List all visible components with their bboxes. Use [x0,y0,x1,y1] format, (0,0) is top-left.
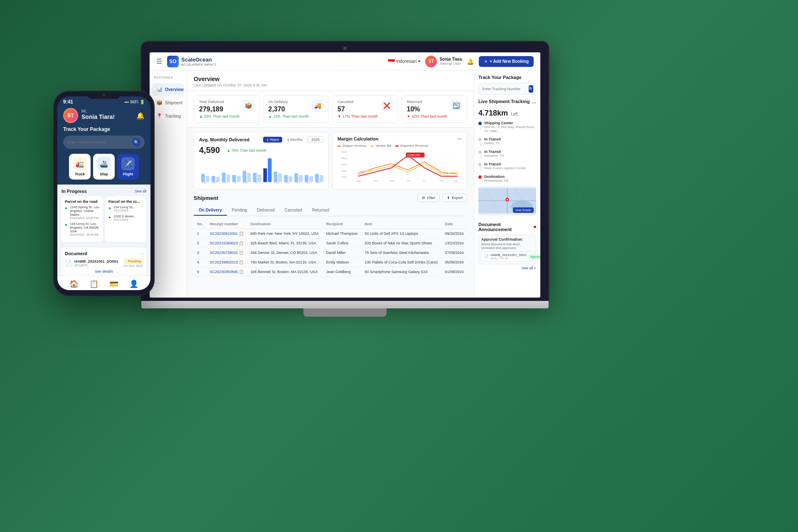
doc-file: 📄 HAWB_20241001_S001 Body, 07th All Appr… [481,251,533,261]
track-search-button[interactable]: 🔍 [529,85,533,93]
cell-destination: 325 Beach Blvd, Miami, FL 33139, USA [247,239,323,248]
svg-rect-7 [237,176,241,182]
laptop-screen: ☰ SO ScaleOcean ACCELERATE IMPACT 🇮🇩 [150,52,540,298]
cell-receipt: SC20231069023 📋 [207,239,247,248]
stat-content: Total Delivered 279,189 ▲ 25% Than last … [199,100,239,118]
tab-returned[interactable]: Returned [307,205,334,216]
sidebar-item-overview[interactable]: 📊 Overview [152,83,184,96]
step-dot-gray [478,150,482,154]
phone-track-label: Track Your Package [63,126,145,132]
table-row: 1 SC20230915001 📋 690 Park Ave, New York… [194,229,467,239]
step-addr: Dallas, TX [484,141,501,145]
phone-search-button[interactable]: 🔍 [132,138,140,146]
stat-canceled: Canceled 57 ▼ 17% Than last month ❌ [332,95,398,123]
file-icon: 📄 [484,254,489,259]
arrow-down-icon: ▼ [337,114,341,118]
tab-canceled[interactable]: Canceled [280,205,307,216]
document-row: 📄 HAWB_20241001_SO001 #F12675 Pending 02… [65,259,143,268]
step-dot-blue [478,122,482,125]
svg-text:Apr: Apr [233,181,237,184]
step-addr: Memphis, TN [484,154,504,158]
nav-list[interactable]: 📋 [89,279,99,288]
stat-note: Than last month [420,114,447,118]
legend-shipper: Shipper Invoices [337,144,367,148]
shipment-header: Shipment ⚙ Filter ⬆ Export [194,194,467,202]
more-options-icon[interactable]: ••• [532,101,536,105]
step-transit-1: In Transit Dallas, TX [478,137,536,146]
see-all-link[interactable]: See all [135,189,146,193]
phone-search-input[interactable] [67,140,132,144]
export-button[interactable]: ⬆ Export [442,194,467,202]
notification-bell-icon[interactable]: 🔔 [467,58,474,65]
step-destination: Destination Philadelphia, PA [478,175,536,183]
tab-on-delivery[interactable]: On Delivery [194,205,227,216]
see-details-link[interactable]: See details [65,269,143,273]
phone-user-name: Sonia Tiara! [81,113,115,120]
cell-receipt: SC20230915001 📋 [207,229,247,239]
view-details-button[interactable]: View Details [513,207,534,213]
step-connector [480,166,481,171]
user-details: Sonia Tiara Internal User [439,57,462,66]
transport-flight[interactable]: ✈️ Flight [117,154,139,180]
svg-rect-9 [247,173,251,182]
doc-status-group: Pending 02 Oct, 2024 [124,259,143,268]
phone-nav: 🏠 📋 💳 👤 [57,276,150,290]
tab-pending[interactable]: Pending [227,205,252,216]
step-connector [480,125,481,130]
nav-card[interactable]: 💳 [109,279,118,288]
notification-dot [534,226,536,228]
year-badge: 2025 [308,136,323,143]
transport-ship[interactable]: 🚢 Ship [93,154,115,180]
progress-dot: ● [65,206,67,219]
truck-icon-bg: 🚛 [73,157,86,170]
nav-home[interactable]: 🏠 [69,279,79,288]
col-item: Item [361,219,441,229]
sidebar-item-tracking[interactable]: 📍 Tracking [152,110,184,122]
cell-date: 01/08/2024 [441,267,467,277]
nav-profile[interactable]: 👤 [129,279,138,288]
progress-item-2: ● 134 Leroy St, Los Angeles, CA 90026, U… [65,222,99,236]
svg-text:Thu: Thu [406,180,411,182]
tab-5months[interactable]: 5 Months [284,137,306,143]
stat-content: Canceled 57 ▼ 17% Than last month [337,100,378,118]
language-selector[interactable]: 🇮🇩 Indonesian ▾ [388,58,421,65]
chevron-down-icon: ▾ [418,59,420,64]
filter-button[interactable]: ⚙ Filter [417,194,440,202]
overview-header: Overview Last Updated On October 07, 202… [187,71,474,91]
phone-bell[interactable]: 🔔 [136,112,145,120]
svg-text:Jun: Jun [254,181,258,184]
progress-details: 154 Leroy St... 15/11/2024... [113,205,135,212]
cell-date: 05/08/2024 [441,258,467,267]
svg-rect-5 [227,175,230,182]
tab-1years[interactable]: 1 Years [263,137,282,143]
svg-rect-14 [273,172,277,182]
stat-total-delivered: Total Delivered 279,189 ▲ 25% Than last … [194,95,260,123]
add-booking-button[interactable]: ＋ + Add New Booking [479,56,534,67]
stat-pct: 25% [204,114,212,118]
track-search-input[interactable] [482,87,529,91]
svg-text:Jan: Jan [203,181,207,184]
sidebar-item-shipment[interactable]: 📦 Shipment [152,96,184,109]
export-label: Export [452,196,463,200]
dashboard: ☰ SO ScaleOcean ACCELERATE IMPACT 🇮🇩 [150,52,540,298]
parcel-cards: Parcel on the road ● 1245 Spring St, Los… [62,196,146,244]
margin-calc-chart: Margin Calculation ••• Shipper Invoices … [332,132,467,190]
phone-avatar-row: ST Hi, Sonia Tiara! 🔔 [63,108,145,123]
stat-value: 279,189 [199,106,239,113]
step-info: In Transit West Coast Logistics Center [484,162,526,170]
laptop-bezel: ☰ SO ScaleOcean ACCELERATE IMPACT 🇮🇩 [141,42,549,301]
step-transit-2: In Transit Memphis, TN [478,150,536,159]
arrow-up-icon: ▲ [268,114,272,118]
see-all-link[interactable]: See all > [478,266,536,270]
step-info: In Transit Memphis, TN [484,150,504,158]
cell-no: 3 [194,248,207,258]
more-icon[interactable]: ••• [457,136,462,141]
transport-truck[interactable]: 🚛 Truck [69,154,91,180]
tab-delivered[interactable]: Delivered [252,205,279,216]
menu-icon[interactable]: ☰ [156,57,162,65]
stat-icon: 📦 [243,100,254,111]
stat-change: ▼ 17% Than last month [337,114,378,118]
step-label: In Transit [484,137,501,141]
svg-rect-4 [222,172,226,182]
stat-label: Returned [407,100,447,104]
